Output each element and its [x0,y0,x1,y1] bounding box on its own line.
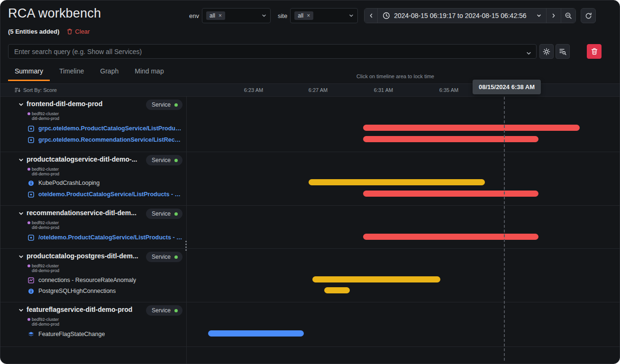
entity-name[interactable]: recommendationservice-ditl-dem... [27,209,137,217]
trace-link[interactable]: /oteldemo.ProductCatalogService/ListProd… [38,234,182,241]
cluster-info: bedf92-clusterditl-demo-prod [27,220,59,230]
settings-button[interactable] [539,44,554,59]
alert-label[interactable]: PostgreSQLHighConnections [38,288,116,294]
trace-link[interactable]: grpc.oteldemo.RecommendationService/List… [38,136,182,143]
site-filter-select[interactable]: all × [290,8,358,23]
tab-timeline[interactable]: Timeline [53,67,91,81]
trace-link-icon [28,137,34,143]
panel-resize-handle[interactable] [183,239,189,253]
sort-by-label: Sort By: Score [23,87,57,93]
env-filter-select[interactable]: all × [202,8,271,23]
chevron-down-icon[interactable] [18,102,24,107]
remove-env-chip-icon[interactable]: × [219,13,222,18]
view-tabs: Summary Timeline Graph Mind map [8,67,171,81]
info-circle-icon [28,180,34,186]
timeline-bar-red[interactable] [363,234,538,240]
chevron-left-icon [369,13,374,18]
cluster-name: bedf92-cluster [32,317,59,322]
search-input[interactable] [8,44,537,59]
entity-name[interactable]: featureflagservice-ditl-demo-prod [27,306,132,313]
cluster-dot-icon [27,168,30,171]
clear-entities-button[interactable]: Clear [67,28,90,35]
remove-site-chip-icon[interactable]: × [307,13,310,18]
query-inspector-button[interactable] [556,44,570,59]
timeline-bar-yellow[interactable] [324,287,350,293]
health-dot-icon [174,159,178,162]
alert-row[interactable]: connections - ResourceRateAnomaly [28,275,182,285]
chevron-down-icon[interactable] [18,211,24,216]
trace-link-icon [28,191,34,198]
service-badge: Service [146,305,182,316]
site-filter-chip: all × [294,11,313,20]
cluster-info: bedf92-clusterditl-demo-prod [27,167,59,176]
chevron-down-icon[interactable] [18,157,24,163]
timeline-bar-yellow[interactable] [312,276,440,282]
delete-query-button[interactable] [587,44,602,59]
chevron-down-icon[interactable] [18,254,24,259]
search-row [8,44,602,59]
timeline-bar-yellow[interactable] [309,179,485,185]
trace-link[interactable]: grpc.oteldemo.ProductCatalogService/List… [38,125,182,132]
trace-link[interactable]: oteldemo.ProductCatalogService/ListProdu… [38,191,182,198]
trace-link-row[interactable]: grpc.oteldemo.RecommendationService/List… [28,135,182,145]
site-chip-value: all [298,12,303,19]
tab-graph[interactable]: Graph [93,67,125,81]
tab-summary[interactable]: Summary [8,67,50,81]
search-list-icon [559,48,566,55]
time-shift-back-button[interactable] [365,9,377,23]
timeline-bar-red[interactable] [363,136,538,142]
badge-label: Service [152,101,171,108]
timeline-lane[interactable] [188,206,620,248]
service-badge: Service [146,100,182,110]
entity-name[interactable]: productcatalog-postgres-ditl-dem... [27,252,138,260]
alert-row[interactable]: FeatureFlagStateChange [28,329,182,339]
health-dot-icon [174,309,178,312]
trash-icon [67,28,73,35]
cluster-name: bedf92-cluster [32,264,59,268]
time-shift-forward-button[interactable] [546,9,561,23]
alert-row[interactable]: PostgreSQLHighConnections [28,286,182,296]
chevron-down-icon[interactable] [18,308,24,313]
axis-tick-label: 6:35 AM [439,87,458,93]
env-filter-label: env [189,12,199,19]
info-circle-icon [28,288,34,294]
tab-mind-map[interactable]: Mind map [128,67,170,81]
chevron-down-icon [349,13,354,18]
site-filter-label: site [278,12,287,19]
health-dot-icon [174,212,178,216]
locked-time-tooltip: 08/15/2024 6:38 AM [473,80,541,94]
cluster-dot-icon [27,264,30,267]
timeline-lane[interactable] [188,249,620,302]
timeline-lane[interactable] [188,97,620,152]
timeline-bar-red[interactable] [363,191,538,197]
namespace-name: ditl-demo-prod [32,116,59,121]
refresh-icon [585,12,592,19]
trace-link-row[interactable]: grpc.oteldemo.ProductCatalogService/List… [28,124,182,133]
trace-link-row[interactable]: /oteldemo.ProductCatalogService/ListProd… [28,233,182,242]
timeline-bar-red[interactable] [363,125,580,131]
zoom-out-time-button[interactable] [561,9,575,23]
sort-by-control[interactable]: Sort By: Score [15,84,57,96]
timeline-lane[interactable] [188,152,620,205]
entity-group: productcatalog-postgres-ditl-dem...Servi… [0,249,620,302]
time-range-value: 2024-08-15 06:19:17 to 2024-08-15 06:42:… [394,12,526,19]
timeline-bar-blue[interactable] [208,330,304,337]
entity-name[interactable]: productcatalogservice-ditl-demo-... [27,155,137,163]
axis-tick-label: 6:31 AM [374,87,393,93]
refresh-button[interactable] [581,8,596,23]
entities-subrow: (5 Entities added) Clear [8,28,90,35]
alert-label[interactable]: KubePodCrashLooping [38,180,100,186]
page-title: RCA workbench [8,6,101,21]
alert-label[interactable]: connections - ResourceRateAnomaly [38,277,136,283]
timeline-lane[interactable] [188,302,620,346]
time-range-picker[interactable]: 2024-08-15 06:19:17 to 2024-08-15 06:42:… [377,9,546,23]
alert-label[interactable]: FeatureFlagStateChange [38,331,105,337]
axis-tick-label: 6:23 AM [244,87,263,93]
feature-flag-icon [28,331,34,337]
cluster-info: bedf92-clusterditl-demo-prod [27,317,59,327]
alert-row[interactable]: KubePodCrashLooping [28,178,182,188]
locked-time-line [504,97,505,361]
gear-icon [543,48,550,55]
trace-link-row[interactable]: oteldemo.ProductCatalogService/ListProdu… [28,190,182,199]
entity-name[interactable]: frontend-ditl-demo-prod [27,100,102,108]
